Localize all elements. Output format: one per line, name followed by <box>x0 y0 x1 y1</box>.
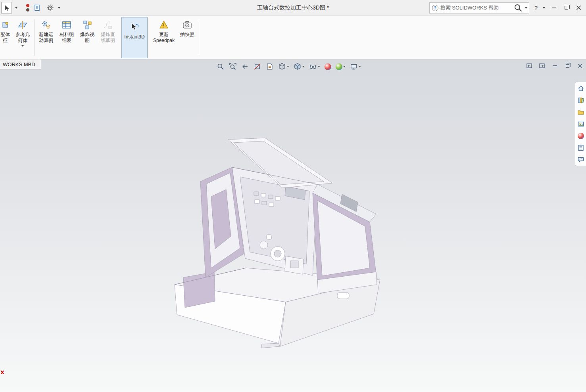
status-dots-icon <box>26 4 29 11</box>
apply-scene-button[interactable] <box>334 62 347 71</box>
explode-line-sketch-icon <box>103 19 113 31</box>
folder-icon <box>577 109 584 116</box>
home-icon <box>577 85 584 92</box>
gear-icon[interactable] <box>45 3 55 13</box>
panel-left-icon <box>526 63 532 69</box>
cad-model-3d <box>167 137 389 359</box>
document-restore-button[interactable] <box>564 62 571 69</box>
taskpane-design-library[interactable] <box>576 96 585 104</box>
close-icon <box>576 5 581 10</box>
camera-icon <box>182 19 192 31</box>
restore-icon <box>566 64 569 68</box>
section-view-button[interactable] <box>252 61 263 72</box>
restore-button[interactable] <box>563 4 570 11</box>
taskpane-solidworks-resources[interactable] <box>576 84 585 92</box>
triad-x-axis-label: X <box>0 369 4 375</box>
panel-right-button[interactable] <box>538 62 546 69</box>
taskpane-appearances-scenes[interactable] <box>576 132 585 140</box>
select-tool-dropdown[interactable] <box>15 7 17 9</box>
taskpane-view-palette[interactable] <box>576 120 585 128</box>
taskpane-custom-properties[interactable] <box>576 143 585 152</box>
ribbon-separator <box>199 19 199 56</box>
headsup-view-toolbar <box>215 61 362 72</box>
edit-appearance-button[interactable] <box>323 62 332 71</box>
section-view-icon <box>253 63 261 71</box>
appearance-ball-icon <box>578 133 584 139</box>
select-cursor-icon <box>3 4 10 11</box>
instant3d-icon <box>129 21 140 33</box>
display-style-button[interactable] <box>292 61 306 72</box>
previous-view-icon <box>241 63 249 71</box>
zoom-to-area-button[interactable] <box>227 61 238 72</box>
zoom-to-fit-button[interactable] <box>215 61 226 72</box>
ribbon-button-explode-line-sketch: 爆炸直 线草图 <box>98 17 118 58</box>
hide-show-items-button[interactable] <box>307 61 321 72</box>
view-settings-button[interactable] <box>348 61 362 72</box>
update-speedpak-icon <box>159 19 169 31</box>
hide-show-items-dropdown[interactable] <box>317 66 320 67</box>
panel-right-icon <box>539 63 545 69</box>
restore-icon <box>565 6 568 10</box>
search-dropdown[interactable] <box>525 7 527 9</box>
close-icon <box>578 63 582 68</box>
chat-bubble-icon <box>577 156 584 163</box>
ribbon-button-update-speedpak[interactable]: 更新 Speedpak <box>151 17 177 58</box>
apply-scene-dropdown[interactable] <box>343 66 345 67</box>
motion-study-icon <box>41 19 51 31</box>
properties-list-icon <box>577 144 584 151</box>
image-icon <box>577 120 584 128</box>
help-dropdown[interactable] <box>543 7 545 9</box>
document-close-button[interactable] <box>576 62 584 69</box>
ribbon-toolbar: 配体 征 参考几 何体 新建运 动算例 材料明 细表 爆炸视 图 <box>0 16 586 59</box>
reference-geometry-icon <box>17 19 28 31</box>
ribbon-button-new-motion-study[interactable]: 新建运 动算例 <box>36 17 56 58</box>
minimize-button[interactable] <box>550 4 557 11</box>
graphics-viewport[interactable]: WORKS MBD <box>0 59 586 392</box>
help-circle-icon <box>432 5 438 11</box>
view-orientation-button[interactable] <box>276 61 290 72</box>
books-icon <box>577 97 584 104</box>
document-window-controls <box>526 62 584 69</box>
hide-show-items-icon <box>309 63 317 71</box>
search-magnifier-icon[interactable] <box>513 3 523 13</box>
quick-access-dropdown[interactable] <box>58 7 60 9</box>
dynamic-annotation-views-icon <box>265 63 273 71</box>
ribbon-button-exploded-view[interactable]: 爆炸视 图 <box>77 17 98 58</box>
edit-appearance-icon <box>324 63 331 70</box>
task-pane <box>575 82 586 166</box>
panel-left-button[interactable] <box>526 62 533 69</box>
reference-geometry-dropdown[interactable] <box>21 45 24 47</box>
close-button[interactable] <box>575 4 582 11</box>
view-settings-icon <box>350 63 357 71</box>
display-style-icon <box>293 63 301 71</box>
ribbon-button-instant3d[interactable]: Instant3D <box>121 17 148 58</box>
ribbon-button-reference-geometry[interactable]: 参考几 何体 <box>12 17 33 58</box>
select-tool-button[interactable] <box>1 2 12 13</box>
view-orientation-dropdown[interactable] <box>286 66 289 67</box>
previous-view-button[interactable] <box>239 61 250 72</box>
minimize-icon <box>553 65 557 66</box>
apply-scene-icon <box>335 63 342 70</box>
help-button[interactable]: ? <box>534 4 538 11</box>
tab-solidworks-mbd[interactable]: WORKS MBD <box>0 59 41 69</box>
display-style-dropdown[interactable] <box>302 66 304 67</box>
bom-table-icon <box>61 19 72 31</box>
taskpane-solidworks-forum[interactable] <box>576 155 585 164</box>
taskpane-file-explorer[interactable] <box>576 108 585 116</box>
search-input[interactable] <box>440 5 511 11</box>
document-minimize-button[interactable] <box>551 62 558 69</box>
view-orientation-icon <box>278 63 286 71</box>
view-settings-dropdown[interactable] <box>358 66 361 67</box>
minimize-icon <box>552 8 556 8</box>
dynamic-annotation-views-button[interactable] <box>264 61 275 72</box>
ribbon-button-bill-of-materials[interactable]: 材料明 细表 <box>56 17 77 58</box>
zoom-to-area-icon <box>229 63 236 71</box>
document-icon[interactable] <box>33 3 42 13</box>
ribbon-button-take-snapshot[interactable]: 拍快照 <box>177 17 198 58</box>
ribbon-button-assembly-features[interactable]: 配体 征 <box>0 17 12 58</box>
ribbon-separator <box>34 19 35 56</box>
exploded-view-icon <box>82 19 92 31</box>
zoom-to-fit-icon <box>216 63 224 71</box>
help-search-box[interactable] <box>429 2 529 13</box>
tab-label: WORKS MBD <box>3 61 35 67</box>
